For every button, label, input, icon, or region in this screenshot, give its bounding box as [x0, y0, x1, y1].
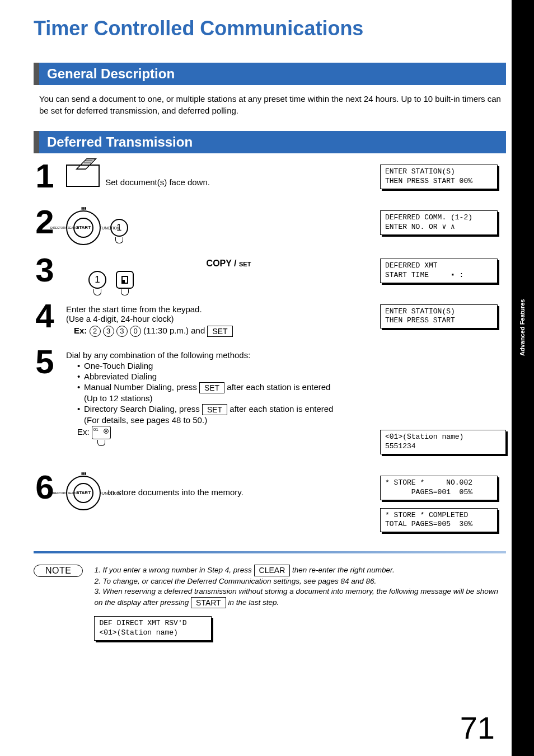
- clear-key: CLEAR: [254, 565, 291, 576]
- dial-wheel-icon: ▮▮▮ DIRECTORY SEARCH START FUNCTION: [66, 476, 101, 510]
- digit-0: 0: [130, 326, 141, 337]
- dial-wheel-icon: ▮▮▮ DIRECTORY SEARCH START FUNCTION: [66, 210, 101, 245]
- step-num: 3: [34, 255, 56, 285]
- ex-label: Ex:: [77, 427, 90, 436]
- lcd-step4: ENTER STATION(S) THEN PRESS START: [380, 304, 498, 329]
- page-number: 71: [460, 710, 495, 746]
- ex-label: Ex:: [74, 326, 87, 335]
- digit-2: 2: [90, 326, 101, 337]
- svg-rect-0: [122, 280, 125, 283]
- keypad-1-icon: 1: [110, 219, 128, 237]
- step6-tail: to store documents into the memory.: [108, 487, 243, 497]
- general-description-text: You can send a document to one, or multi…: [39, 93, 506, 116]
- step-6: 6 ▮▮▮ DIRECTORY SEARCH START FUNCTION to…: [34, 472, 506, 541]
- step4-ex-tail: (11:30 p.m.) and: [143, 326, 207, 335]
- step-1: 1 Set document(s) face down. ENTER STATI…: [34, 161, 506, 197]
- divider: [34, 551, 506, 553]
- document-tray-icon: [66, 165, 100, 187]
- list-item: Abbreviated Dialing: [77, 372, 369, 381]
- keypad-1-icon: 1: [88, 271, 106, 289]
- section-general-heading: General Description: [34, 63, 506, 85]
- page-title: Timer Controlled Communications: [34, 17, 506, 40]
- step4-line1: Enter the start time from the keypad.: [66, 304, 369, 314]
- set-key: SET: [199, 382, 224, 393]
- page-content: Timer Controlled Communications General …: [0, 0, 534, 660]
- copy-set-key-icon: [116, 271, 134, 289]
- step-num: 1: [34, 161, 56, 191]
- step5-intro: Dial by any combination of the following…: [66, 350, 369, 360]
- list-item: Directory Search Dialing, press SET afte…: [77, 404, 369, 425]
- onetouch-key-icon: 01: [92, 426, 111, 439]
- list-item: Manual Number Dialing, press SET after e…: [77, 382, 369, 403]
- digit-3: 3: [116, 326, 128, 337]
- step-2: 2 ▮▮▮ DIRECTORY SEARCH START FUNCTION 1: [34, 207, 506, 245]
- note-section: NOTE 1. If you enter a wrong number in S…: [34, 565, 506, 649]
- set-key: SET: [202, 404, 227, 415]
- step-num: 4: [34, 301, 56, 331]
- note-list: 1. If you enter a wrong number in Step 4…: [94, 565, 506, 649]
- digit-3: 3: [103, 326, 114, 337]
- step-5: 5 Dial by any combination of the followi…: [34, 347, 506, 462]
- step1-text: Set document(s) face down.: [105, 177, 210, 187]
- step5-list: One-Touch Dialing Abbreviated Dialing Ma…: [66, 361, 369, 425]
- lcd-step3: DEFERRED XMT START TIME ▪ :: [380, 259, 498, 283]
- step4-line2: (Use a 4-digit, 24-hour clock): [66, 314, 369, 323]
- start-key: START: [191, 597, 226, 608]
- lcd-step6a: * STORE * NO.002 PAGES=001 05%: [380, 476, 498, 500]
- lcd-step2: DEFERRED COMM. (1-2) ENTER NO. OR ∨ ∧: [380, 210, 498, 235]
- step-num: 2: [34, 207, 56, 237]
- step-3: 3 COPY / SET 1 DEFERRED XMT ST: [34, 255, 506, 291]
- lcd-note: DEF DIRECT XMT RSV'D <01>(Station name): [94, 616, 212, 641]
- step-num: 5: [34, 347, 56, 377]
- list-item: One-Touch Dialing: [77, 361, 369, 370]
- step-num: 6: [34, 472, 56, 503]
- section-deferred-heading: Deferred Transmission: [34, 131, 506, 153]
- note-badge: NOTE: [34, 565, 83, 577]
- lcd-step5: <01>(Station name) 5551234: [380, 430, 506, 454]
- step-4: 4 Enter the start time from the keypad. …: [34, 301, 506, 337]
- lcd-step1: ENTER STATION(S) THEN PRESS START 00%: [380, 165, 498, 189]
- lcd-step6b: * STORE * COMPLETED TOTAL PAGES=005 30%: [380, 508, 498, 533]
- set-key: SET: [207, 326, 232, 337]
- copy-set-label: COPY / SET: [88, 259, 369, 269]
